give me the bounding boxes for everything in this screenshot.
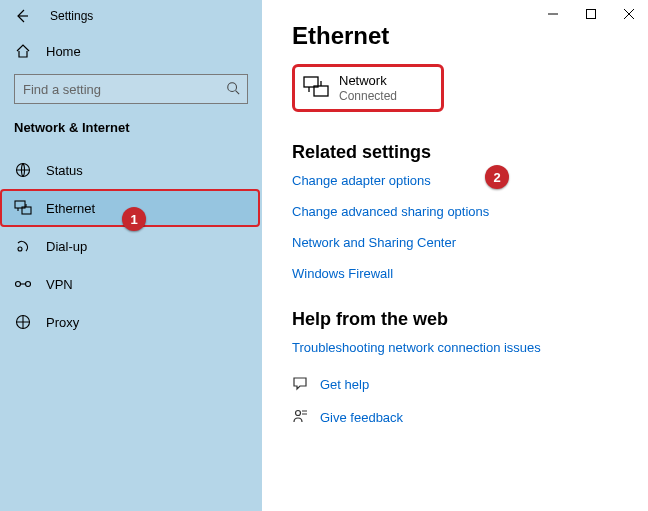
nav-label: Status bbox=[46, 163, 83, 178]
nav-item-dialup[interactable]: Dial-up bbox=[0, 227, 262, 265]
minimize-button[interactable] bbox=[534, 0, 572, 28]
main-content: Ethernet Network Connected 2 Related set… bbox=[262, 0, 648, 511]
nav: Status Ethernet Dial-up VPN Proxy bbox=[0, 151, 262, 341]
search-wrap bbox=[14, 74, 248, 104]
network-status: Connected bbox=[339, 89, 397, 103]
network-text: Network Connected bbox=[339, 73, 397, 103]
search-icon bbox=[226, 81, 240, 98]
get-help-row[interactable]: Get help bbox=[292, 375, 648, 394]
home-label: Home bbox=[46, 44, 81, 59]
ethernet-icon bbox=[303, 76, 329, 101]
dialup-icon bbox=[14, 238, 32, 254]
nav-label: VPN bbox=[46, 277, 73, 292]
help-icon bbox=[292, 375, 308, 394]
nav-label: Proxy bbox=[46, 315, 79, 330]
network-card[interactable]: Network Connected 2 bbox=[292, 64, 444, 112]
help-heading: Help from the web bbox=[292, 309, 648, 330]
get-help-link[interactable]: Get help bbox=[320, 377, 369, 392]
feedback-row[interactable]: Give feedback bbox=[292, 408, 648, 427]
ethernet-icon bbox=[14, 200, 32, 216]
link-windows-firewall[interactable]: Windows Firewall bbox=[292, 266, 648, 281]
callout-badge-1: 1 bbox=[122, 207, 146, 231]
link-network-center[interactable]: Network and Sharing Center bbox=[292, 235, 648, 250]
section-heading: Network & Internet bbox=[0, 114, 262, 147]
svg-point-6 bbox=[26, 282, 31, 287]
home-icon bbox=[14, 43, 32, 59]
link-adapter-options[interactable]: Change adapter options bbox=[292, 173, 648, 188]
home-item[interactable]: Home bbox=[0, 32, 262, 70]
link-sharing-options[interactable]: Change advanced sharing options bbox=[292, 204, 648, 219]
search-input[interactable] bbox=[14, 74, 248, 104]
globe-icon bbox=[14, 162, 32, 178]
titlebar: Settings bbox=[0, 0, 262, 32]
svg-point-4 bbox=[18, 247, 22, 251]
link-troubleshooting[interactable]: Troubleshooting network connection issue… bbox=[292, 340, 648, 355]
svg-point-11 bbox=[296, 411, 301, 416]
related-heading: Related settings bbox=[292, 142, 648, 163]
callout-badge-2: 2 bbox=[485, 165, 509, 189]
sidebar: Settings Home Network & Internet Status … bbox=[0, 0, 262, 511]
nav-label: Dial-up bbox=[46, 239, 87, 254]
nav-label: Ethernet bbox=[46, 201, 95, 216]
svg-rect-8 bbox=[587, 10, 596, 19]
window-title: Settings bbox=[50, 9, 93, 23]
feedback-link[interactable]: Give feedback bbox=[320, 410, 403, 425]
nav-item-status[interactable]: Status bbox=[0, 151, 262, 189]
network-name: Network bbox=[339, 73, 397, 89]
window-controls bbox=[534, 0, 648, 28]
nav-item-vpn[interactable]: VPN bbox=[0, 265, 262, 303]
proxy-icon bbox=[14, 314, 32, 330]
feedback-icon bbox=[292, 408, 308, 427]
maximize-button[interactable] bbox=[572, 0, 610, 28]
vpn-icon bbox=[14, 276, 32, 292]
nav-item-proxy[interactable]: Proxy bbox=[0, 303, 262, 341]
svg-point-0 bbox=[228, 83, 237, 92]
svg-point-5 bbox=[16, 282, 21, 287]
back-button[interactable] bbox=[6, 0, 38, 32]
close-button[interactable] bbox=[610, 0, 648, 28]
